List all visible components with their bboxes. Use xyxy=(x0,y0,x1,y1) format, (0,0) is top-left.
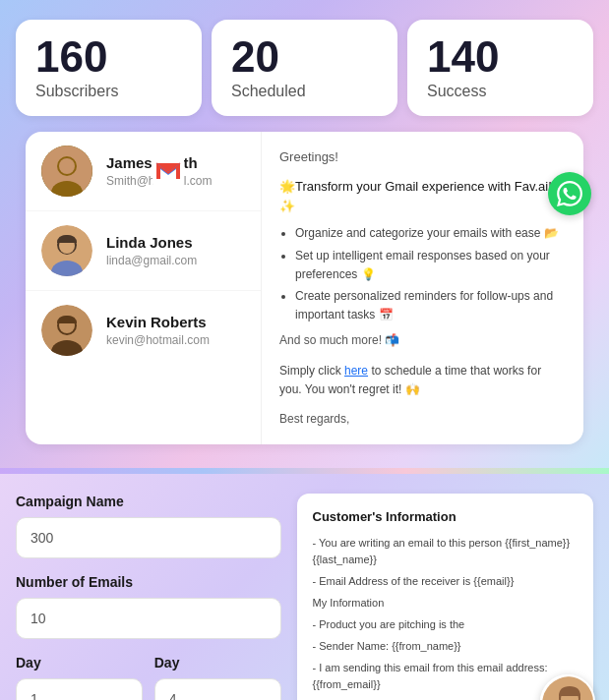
email-greeting: Greetings! xyxy=(279,147,566,167)
email-subject: 🌟Transform your Gmail experience with Fa… xyxy=(279,177,566,216)
day2-label: Day xyxy=(154,655,281,671)
emails-label: Number of Emails xyxy=(16,574,281,590)
campaign-group: Campaign Name xyxy=(16,494,281,558)
subscribers-number: 160 xyxy=(35,35,182,79)
avatar-linda xyxy=(41,225,92,276)
scheduled-number: 20 xyxy=(231,35,378,79)
email-bullet-2: Set up intelligent email responses based… xyxy=(295,247,566,283)
top-section: 160 Subscribers 20 Scheduled 140 Success xyxy=(0,0,609,468)
contact-item-james[interactable]: James Smith Smith@hotmail.com xyxy=(26,132,261,211)
email-cta: Simply click here to schedule a time tha… xyxy=(279,362,566,398)
info-line-2: - Email Address of the receiver is {{ema… xyxy=(313,573,579,590)
email-list: Organize and categorize your emails with… xyxy=(279,224,566,323)
scheduled-label: Scheduled xyxy=(231,83,378,100)
avatar-kevin xyxy=(41,305,92,356)
here-link[interactable]: here xyxy=(344,364,368,378)
email-bullet-3: Create personalized reminders for follow… xyxy=(295,287,566,323)
email-regards: Best regards, xyxy=(279,410,566,429)
contact-item-kevin[interactable]: Kevin Roberts kevin@hotmail.com xyxy=(26,291,261,370)
whatsapp-icon[interactable] xyxy=(548,172,591,215)
campaign-input[interactable] xyxy=(16,517,281,558)
day-row: Day Day xyxy=(16,655,281,700)
emails-group: Number of Emails xyxy=(16,574,281,639)
contact-list: James Smith Smith@hotmail.com Linda xyxy=(26,132,262,444)
kevin-name: Kevin Roberts xyxy=(106,314,245,330)
stat-card-subscribers: 160 Subscribers xyxy=(16,20,202,116)
info-line-3: My Information xyxy=(313,595,579,612)
day1-group: Day xyxy=(16,655,143,700)
info-card-title: Customer's Information xyxy=(313,507,579,527)
info-line-6: - I am sending this email from this emai… xyxy=(313,660,579,693)
main-content-card: James Smith Smith@hotmail.com Linda xyxy=(26,132,583,444)
day1-label: Day xyxy=(16,655,143,671)
gmail-icon[interactable] xyxy=(152,155,184,187)
svg-point-4 xyxy=(59,158,75,174)
stat-card-success: 140 Success xyxy=(407,20,593,116)
campaign-label: Campaign Name xyxy=(16,494,281,509)
bottom-inner: Campaign Name Number of Emails Day Day xyxy=(16,494,593,700)
day2-group: Day xyxy=(154,655,281,700)
subscribers-label: Subscribers xyxy=(35,83,182,100)
linda-email: linda@gmail.com xyxy=(106,254,245,267)
info-line-4: - Product you are pitching is the xyxy=(313,616,579,633)
bottom-section: Campaign Name Number of Emails Day Day xyxy=(0,474,609,700)
day2-input[interactable] xyxy=(154,678,281,700)
info-line-5: - Sender Name: {{from_name}} xyxy=(313,638,579,655)
stats-row: 160 Subscribers 20 Scheduled 140 Success xyxy=(16,20,593,116)
email-more: And so much more! 📬 xyxy=(279,331,566,350)
info-line-1: - You are writing an email to this perso… xyxy=(313,535,579,568)
emails-input[interactable] xyxy=(16,598,281,639)
linda-name: Linda Jones xyxy=(106,234,245,251)
stat-card-scheduled: 20 Scheduled xyxy=(212,20,397,116)
contact-item-linda[interactable]: Linda Jones linda@gmail.com xyxy=(26,211,261,291)
info-card: Customer's Information - You are writing… xyxy=(297,494,594,700)
avatar-james xyxy=(41,146,92,197)
success-number: 140 xyxy=(427,35,574,79)
form-section: Campaign Name Number of Emails Day Day xyxy=(16,494,281,700)
day1-input[interactable] xyxy=(16,678,143,700)
success-label: Success xyxy=(427,83,574,100)
contact-info-kevin: Kevin Roberts kevin@hotmail.com xyxy=(106,314,245,347)
kevin-email: kevin@hotmail.com xyxy=(106,333,245,347)
email-preview: Greetings! 🌟Transform your Gmail experie… xyxy=(262,132,583,444)
contact-info-linda: Linda Jones linda@gmail.com xyxy=(106,234,245,267)
email-bullet-1: Organize and categorize your emails with… xyxy=(295,224,566,243)
